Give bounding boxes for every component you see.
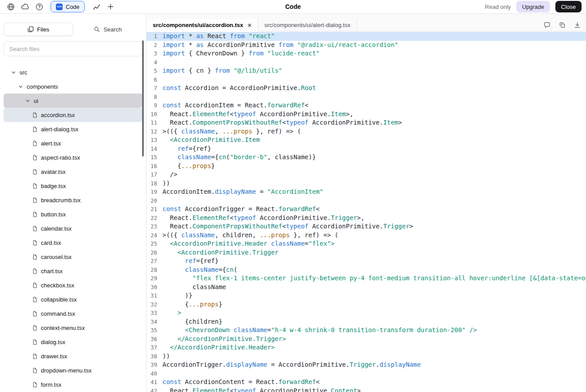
code-line-13[interactable]: 13 <AccordionPrimitive.Item — [146, 136, 586, 145]
sidebar: Files Search srccomponentsuiaccordion.ts… — [0, 14, 146, 392]
code-line-4[interactable]: 4 — [146, 58, 586, 67]
file-icon — [31, 126, 38, 132]
file-icon — [31, 368, 38, 373]
code-line-9[interactable]: 9const AccordionItem = React.forwardRef< — [146, 101, 586, 110]
code-line-30[interactable]: 30 className — [146, 283, 586, 292]
plus-icon[interactable] — [104, 1, 117, 12]
search-tab[interactable]: Search — [73, 23, 143, 36]
code-line-10[interactable]: 10 React.ElementRef<typeof AccordionPrim… — [146, 110, 586, 119]
code-line-41[interactable]: 41const AccordionContent = React.forward… — [146, 378, 586, 387]
code-line-17[interactable]: 17 /> — [146, 170, 586, 179]
cloud-icon[interactable] — [19, 1, 31, 12]
code-line-5[interactable]: 5import { cn } from "@/lib/utils" — [146, 67, 586, 75]
code-toggle-button[interactable]: </> Code — [51, 1, 85, 12]
line-number: 27 — [147, 257, 157, 266]
code-line-12[interactable]: 12>(({ className, ...props }, ref) => ( — [146, 127, 586, 136]
code-line-31[interactable]: 31 )} — [146, 291, 586, 300]
code-line-37[interactable]: 37 </AccordionPrimitive.Header> — [146, 343, 586, 352]
file-icon — [31, 141, 38, 146]
download-icon[interactable] — [572, 20, 582, 30]
globe-icon[interactable] — [4, 1, 17, 12]
feedback-icon[interactable] — [542, 20, 552, 30]
folder-components[interactable]: components — [4, 79, 143, 94]
code-line-32[interactable]: 32 {...props} — [146, 300, 586, 309]
code-line-24[interactable]: 24>(({ className, children, ...props }, … — [146, 231, 586, 240]
code-line-2[interactable]: 2import * as AccordionPrimitive from "@r… — [146, 41, 586, 50]
code-line-1[interactable]: 1import * as React from "react" — [146, 32, 586, 41]
file-calendar.tsx[interactable]: calendar.tsx — [4, 221, 143, 235]
tree-item-label: dropdown-menu.tsx — [41, 367, 91, 374]
code-line-39[interactable]: 39AccordionTrigger.displayName = Accordi… — [146, 361, 586, 369]
file-dialog.tsx[interactable]: dialog.tsx — [4, 335, 143, 349]
editor-tab-actions — [357, 19, 586, 31]
code-line-7[interactable]: 7const Accordion = AccordionPrimitive.Ro… — [146, 84, 586, 93]
folder-ui[interactable]: ui — [4, 94, 143, 108]
file-chart.tsx[interactable]: chart.tsx — [4, 264, 143, 278]
code-line-11[interactable]: 11 React.ComponentPropsWithoutRef<typeof… — [146, 118, 586, 127]
code-line-22[interactable]: 22 React.ElementRef<typeof AccordionPrim… — [146, 214, 586, 223]
line-number: 22 — [147, 214, 157, 223]
code-line-6[interactable]: 6 — [146, 75, 586, 84]
close-button[interactable]: Close — [555, 1, 582, 12]
file-checkbox.tsx[interactable]: checkbox.tsx — [4, 278, 143, 292]
file-form.tsx[interactable]: form.tsx — [4, 377, 143, 392]
file-breadcrumb.tsx[interactable]: breadcrumb.tsx — [4, 193, 143, 207]
line-number: 20 — [147, 196, 157, 205]
file-button.tsx[interactable]: button.tsx — [4, 207, 143, 221]
file-collapsible.tsx[interactable]: collapsible.tsx — [4, 292, 143, 306]
code-line-27[interactable]: 27 ref={ref} — [146, 257, 586, 266]
code-text: const AccordionContent = React.forwardRe… — [162, 378, 320, 387]
file-card.tsx[interactable]: card.tsx — [4, 235, 143, 250]
help-icon[interactable] — [33, 1, 45, 12]
code-line-26[interactable]: 26 <AccordionPrimitive.Trigger — [146, 248, 586, 257]
code-line-34[interactable]: 34 {children} — [146, 318, 586, 326]
file-drawer.tsx[interactable]: drawer.tsx — [4, 349, 143, 363]
search-files-input[interactable] — [4, 41, 143, 56]
code-line-8[interactable]: 8 — [146, 93, 586, 102]
code-line-3[interactable]: 3import { ChevronDown } from "lucide-rea… — [146, 49, 586, 58]
analytics-icon[interactable] — [90, 1, 103, 12]
files-tab[interactable]: Files — [4, 23, 73, 36]
line-number: 30 — [147, 283, 157, 292]
file-badge.tsx[interactable]: badge.tsx — [4, 179, 143, 193]
code-line-21[interactable]: 21const AccordionTrigger = React.forward… — [146, 205, 586, 214]
code-text: > — [162, 309, 181, 318]
file-context-menu.tsx[interactable]: context-menu.tsx — [4, 321, 143, 335]
tree-item-label: calendar.tsx — [41, 225, 71, 232]
file-icon — [31, 339, 38, 345]
code-line-19[interactable]: 19AccordionItem.displayName = "Accordion… — [146, 188, 586, 196]
code-line-28[interactable]: 28 className={cn( — [146, 266, 586, 274]
file-carousel.tsx[interactable]: carousel.tsx — [4, 250, 143, 264]
sidebar-scrollbar[interactable] — [142, 40, 144, 157]
file-aspect-ratio.tsx[interactable]: aspect-ratio.tsx — [4, 150, 143, 165]
file-accordion.tsx[interactable]: accordion.tsx — [4, 108, 143, 122]
file-icon — [31, 212, 38, 217]
folder-src[interactable]: src — [4, 65, 143, 79]
code-line-20[interactable]: 20 — [146, 196, 586, 205]
code-line-42[interactable]: 42 React.ElementRef<typeof AccordionPrim… — [146, 387, 586, 392]
code-line-36[interactable]: 36 </AccordionPrimitive.Trigger> — [146, 335, 586, 344]
code-text: React.ComponentPropsWithoutRef<typeof Ac… — [162, 118, 402, 127]
code-line-38[interactable]: 38)) — [146, 352, 586, 361]
code-line-14[interactable]: 14 ref={ref} — [146, 145, 586, 153]
code-line-40[interactable]: 40 — [146, 369, 586, 378]
close-tab-icon[interactable]: × — [248, 22, 252, 28]
code-line-23[interactable]: 23 React.ComponentPropsWithoutRef<typeof… — [146, 222, 586, 231]
code-line-16[interactable]: 16 {...props} — [146, 162, 586, 171]
file-alert-dialog.tsx[interactable]: alert-dialog.tsx — [4, 122, 143, 136]
file-command.tsx[interactable]: command.tsx — [4, 306, 143, 321]
code-line-33[interactable]: 33 > — [146, 309, 586, 318]
file-dropdown-menu.tsx[interactable]: dropdown-menu.tsx — [4, 363, 143, 377]
code-line-25[interactable]: 25 <AccordionPrimitive.Header className=… — [146, 239, 586, 248]
code-line-29[interactable]: 29 "flex flex-1 items-center justify-bet… — [146, 274, 586, 283]
code-line-15[interactable]: 15 className={cn("border-b", className)} — [146, 153, 586, 162]
upgrade-button[interactable]: Upgrade — [516, 1, 550, 12]
editor-tab-accordion.tsx[interactable]: src/components/ui/accordion.tsx× — [146, 19, 258, 31]
tree-item-label: context-menu.tsx — [41, 325, 85, 331]
code-line-18[interactable]: 18)) — [146, 179, 586, 188]
file-avatar.tsx[interactable]: avatar.tsx — [4, 165, 143, 179]
editor-tab-alert-dialog.tsx[interactable]: src/components/ui/alert-dialog.tsx — [258, 19, 357, 31]
copy-icon[interactable] — [557, 20, 567, 30]
code-line-35[interactable]: 35 <ChevronDown className="h-4 w-4 shrin… — [146, 326, 586, 335]
file-alert.tsx[interactable]: alert.tsx — [4, 136, 143, 150]
